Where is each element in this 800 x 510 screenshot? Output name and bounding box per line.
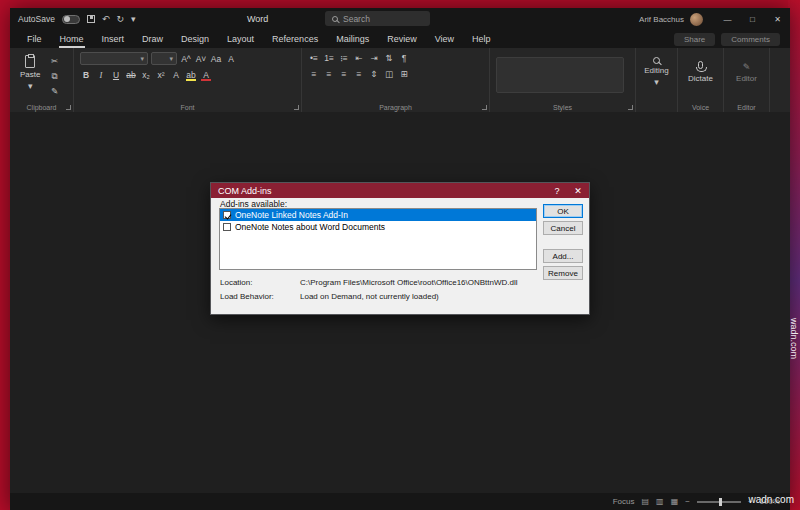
paste-button[interactable]: Paste ▾ [16, 52, 44, 100]
add-button[interactable]: Add... [543, 249, 583, 263]
clipboard-mini-buttons: ✂ ⧉ ✎ [48, 55, 60, 100]
paragraph-row-2: ≡ ≡ ≡ ≡ ⇕ ◫ ⊞ [308, 68, 483, 80]
styles-gallery[interactable] [496, 57, 624, 93]
line-spacing-button[interactable]: ⇕ [368, 68, 380, 80]
zoom-out-button[interactable]: − [685, 497, 690, 506]
undo-icon[interactable]: ↶ [102, 14, 110, 24]
tab-help[interactable]: Help [463, 30, 500, 48]
dialog-close-button[interactable]: ✕ [567, 186, 589, 196]
dictate-button[interactable]: Dictate [684, 52, 717, 92]
customize-toolbar-icon[interactable]: ▾ [131, 14, 136, 24]
autosave-toggle[interactable] [62, 15, 80, 24]
read-mode-icon[interactable]: ▤ [642, 497, 650, 506]
dialog-title-bar[interactable]: COM Add-ins ? ✕ [211, 183, 589, 198]
editing-dropdown-icon: ▾ [654, 77, 659, 87]
justify-button[interactable]: ≡ [353, 68, 365, 80]
editing-icon [653, 57, 660, 64]
watermark: wadn.com [748, 494, 794, 505]
font-dialog-launcher-icon[interactable] [294, 105, 299, 110]
zoom-slider-thumb[interactable] [719, 498, 722, 506]
multilevel-list-button[interactable]: ⁝≡ [338, 52, 350, 64]
subscript-button[interactable]: x₂ [140, 69, 152, 81]
tab-draw[interactable]: Draw [133, 30, 172, 48]
increase-indent-button[interactable]: ⇥ [368, 52, 380, 64]
paste-label: Paste [20, 70, 40, 79]
shrink-font-button[interactable]: A˅ [195, 53, 207, 65]
redo-icon[interactable]: ↻ [116, 14, 124, 24]
ribbon-filler [770, 48, 790, 112]
copy-icon[interactable]: ⧉ [48, 70, 60, 82]
minimize-button[interactable]: — [715, 8, 740, 30]
tab-mailings[interactable]: Mailings [327, 30, 378, 48]
styles-dialog-launcher-icon[interactable] [628, 105, 633, 110]
cancel-button[interactable]: Cancel [543, 221, 583, 235]
paragraph-group-label: Paragraph [302, 104, 489, 111]
tab-design[interactable]: Design [172, 30, 218, 48]
addin-checkbox[interactable] [223, 223, 231, 231]
font-size-combo[interactable]: ▾ [151, 52, 177, 65]
load-behavior-row: Load Behavior: Load on Demand, not curre… [220, 292, 439, 301]
addin-list-item[interactable]: OneNote Notes about Word Documents [220, 221, 536, 233]
underline-button[interactable]: U [110, 69, 122, 81]
paste-dropdown-icon[interactable]: ▾ [28, 81, 33, 91]
cut-icon[interactable]: ✂ [48, 55, 60, 67]
italic-button[interactable]: I [95, 69, 107, 81]
status-bar: Focus ▤ ▥ ▦ − + 100% [10, 493, 790, 510]
tab-home[interactable]: Home [51, 30, 93, 48]
font-name-combo[interactable]: ▾ [80, 52, 148, 65]
strikethrough-button[interactable]: ab [125, 69, 137, 81]
change-case-button[interactable]: Aa [210, 53, 222, 65]
addin-list-item[interactable]: OneNote Linked Notes Add-In [220, 209, 536, 221]
align-left-button[interactable]: ≡ [308, 68, 320, 80]
voice-group: Dictate Voice [678, 48, 724, 112]
decrease-indent-button[interactable]: ⇤ [353, 52, 365, 64]
editor-button[interactable]: ✎ Editor [730, 52, 763, 92]
ribbon: Paste ▾ ✂ ⧉ ✎ Clipboard ▾ ▾ A^ A˅ Aa A B [10, 48, 790, 112]
ok-button[interactable]: OK [543, 204, 583, 218]
watermark: wadn.com [789, 318, 799, 359]
addin-checkbox[interactable] [223, 211, 231, 219]
sort-button[interactable]: ⇅ [383, 52, 395, 64]
highlight-color-button[interactable]: ab [185, 69, 197, 81]
tab-review[interactable]: Review [378, 30, 426, 48]
shading-button[interactable]: ◫ [383, 68, 395, 80]
grow-font-button[interactable]: A^ [180, 53, 192, 65]
search-box[interactable]: Search [325, 11, 430, 26]
focus-mode-button[interactable]: Focus [613, 497, 635, 506]
borders-button[interactable]: ⊞ [398, 68, 410, 80]
font-color-button[interactable]: A [200, 69, 212, 81]
tab-layout[interactable]: Layout [218, 30, 263, 48]
font-group-label: Font [74, 104, 301, 111]
print-layout-icon[interactable]: ▥ [656, 497, 664, 506]
save-icon[interactable] [87, 15, 95, 23]
bold-button[interactable]: B [80, 69, 92, 81]
avatar[interactable] [690, 13, 703, 26]
tab-references[interactable]: References [263, 30, 327, 48]
tab-view[interactable]: View [426, 30, 463, 48]
show-marks-button[interactable]: ¶ [398, 52, 410, 64]
superscript-button[interactable]: x² [155, 69, 167, 81]
zoom-slider[interactable] [697, 501, 741, 503]
bullets-button[interactable]: •≡ [308, 52, 320, 64]
comments-button[interactable]: Comments [721, 33, 780, 46]
web-layout-icon[interactable]: ▦ [671, 497, 679, 506]
share-button[interactable]: Share [674, 33, 715, 46]
numbering-button[interactable]: 1≡ [323, 52, 335, 64]
close-button[interactable]: ✕ [765, 8, 790, 30]
search-icon [332, 16, 338, 22]
remove-button[interactable]: Remove [543, 266, 583, 280]
align-center-button[interactable]: ≡ [323, 68, 335, 80]
align-right-button[interactable]: ≡ [338, 68, 350, 80]
dialog-help-button[interactable]: ? [547, 186, 567, 196]
text-effects-button[interactable]: A [170, 69, 182, 81]
addins-listbox[interactable]: OneNote Linked Notes Add-In OneNote Note… [219, 208, 537, 270]
format-painter-icon[interactable]: ✎ [48, 85, 60, 97]
tab-file[interactable]: File [18, 30, 51, 48]
clear-formatting-button[interactable]: A [225, 53, 237, 65]
tab-insert[interactable]: Insert [93, 30, 134, 48]
clipboard-dialog-launcher-icon[interactable] [66, 105, 71, 110]
maximize-button[interactable]: □ [740, 8, 765, 30]
user-name[interactable]: Arif Bacchus [639, 15, 684, 24]
editing-button[interactable]: Editing ▾ [642, 52, 671, 92]
paragraph-dialog-launcher-icon[interactable] [482, 105, 487, 110]
